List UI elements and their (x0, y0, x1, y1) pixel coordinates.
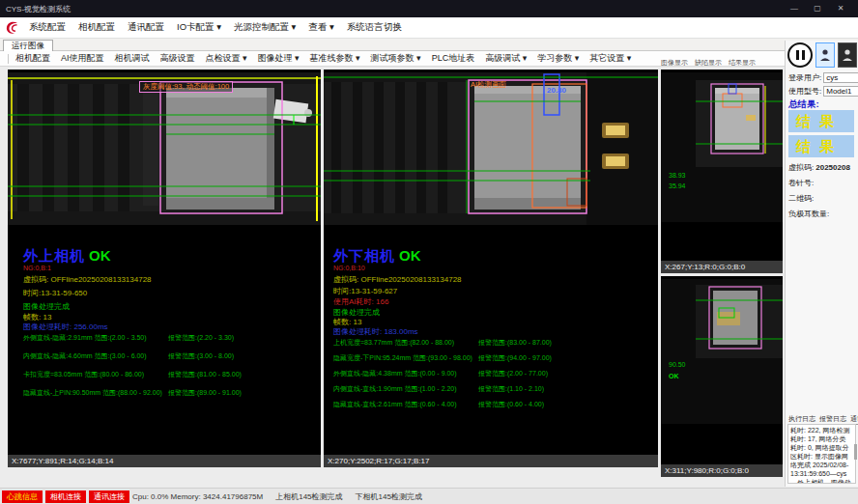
tab-run-image[interactable]: 运行图像 (3, 40, 53, 51)
alarm-range-text: 报警范围:(2.00 - 77.00) (478, 369, 548, 378)
result-display-2: 结果 (788, 135, 854, 157)
log-scrollbar[interactable] (854, 444, 857, 460)
menu-camera-config[interactable]: 相机配置 (78, 21, 115, 34)
right-camera-image (324, 72, 658, 225)
small-overlay-text: 38.93 (669, 172, 686, 179)
alarm-range-text: 报警范围:(94.00 - 97.00) (478, 353, 552, 363)
sub-status-text: NG:0,B:1 (23, 265, 51, 271)
camera-result-title: 外下相机OK (333, 247, 421, 266)
model-input[interactable] (823, 86, 858, 97)
tool-other-settings[interactable]: 其它设置 ▾ (589, 52, 631, 65)
tool-spotcheck-settings[interactable]: 点检设置 ▾ (206, 52, 247, 65)
log-textbox[interactable]: 耗时: 222, 网络检测耗时: 17, 网络分类耗时: 0, 网络提取分区耗时… (787, 424, 856, 484)
tab-count-row: 负极耳数量: (788, 209, 856, 219)
small-header-item[interactable]: 图像显示 (661, 58, 688, 68)
tool-test-params[interactable]: 测试项参数 ▾ (371, 52, 421, 65)
measurement-text: 隐藏直线-直线:2.61mm 范围:(0.60 - 4.00) (333, 401, 457, 407)
control-buttons-row (787, 42, 858, 68)
alarm-range-text: 报警范围:(2.20 - 3.30) (168, 333, 234, 343)
camera-name: 外下相机 (333, 247, 395, 264)
left-camera-image (8, 72, 321, 225)
user-login-button[interactable] (815, 42, 835, 68)
tool-plc-address[interactable]: PLC地址表 (432, 52, 475, 65)
tool-baseline-params[interactable]: 基准线参数 ▾ (310, 52, 360, 65)
threshold-overlay-label: 灰度阈值:93, 动态阈值:100 (139, 81, 233, 93)
sub-status-text: NG:0,B:10 (333, 265, 365, 271)
measurement-row: 内侧直线-直线:1.90mm 范围:(1.00 - 2.20) 报警范围:(1.… (333, 384, 457, 394)
left-camera-view[interactable]: 灰度阈值:93, 动态阈值:100 外上相机OK NG:0,B:1 虚拟码: O… (8, 70, 321, 467)
camera-result-title: 外上相机OK (23, 247, 111, 266)
tool-camera-debug[interactable]: 相机调试 (115, 52, 150, 65)
right-view-coordinates: X:270;Y:2502;R:17;G:17;B:17 (324, 455, 658, 467)
small-overlay-ok: OK (669, 373, 679, 379)
time-text: 时间:13-31-59-650 (23, 288, 87, 298)
lower-camera-status-text: 下相机145检测完成 (356, 491, 422, 502)
time-text: 时间:13-31-59-627 (333, 286, 397, 296)
ai-view-overlay-label: AI检测画面 (471, 80, 506, 90)
alarm-range-text: 报警范围:(0.60 - 4.00) (478, 400, 544, 409)
result-display-1: 结果 (788, 110, 854, 132)
camera-name: 外上相机 (23, 247, 85, 264)
measurement-row: 内侧直线-隐藏:4.60mm 范围:(3.00 - 6.00) 报警范围:(3.… (23, 351, 147, 361)
measurement-row: 上机宽度=83.77mm 范围:(82.00 - 88.00) 报警范围:(83… (333, 338, 454, 348)
small-bottom-camera-image (661, 279, 783, 424)
user-dark-icon (842, 48, 853, 62)
app-logo-icon (4, 20, 21, 36)
alarm-range-text: 报警范围:(89.00 - 91.00) (168, 388, 242, 398)
user-icon (819, 48, 831, 62)
operator-button[interactable] (838, 42, 857, 68)
measurement-text: 隐藏直线-上PIN:90.50mm 范围:(88.00 - 92.00) (23, 389, 162, 396)
small-bottom-camera-view[interactable]: 90.50 OK X:311;Y:980;R:0;G:0;B:0 (661, 276, 783, 477)
tool-advanced-debug[interactable]: 高级调试 ▾ (485, 52, 527, 65)
title-bar: CYS-视觉检测系统 — ▢ ✕ (0, 0, 858, 17)
close-button[interactable]: ✕ (829, 2, 852, 15)
small-top-camera-image (661, 72, 783, 222)
cpu-memory-text: Cpu: 0.0% Memory: 3424.41796875M (132, 492, 263, 501)
measurement-row: 外侧直线-隐藏:4.38mm 范围:(0.00 - 9.00) 报警范围:(2.… (333, 369, 457, 378)
menu-light-config[interactable]: 光源控制配置 ▾ (234, 21, 296, 34)
small-top-coordinates: X:267;Y:13;R:0;G:0;B:0 (661, 261, 783, 273)
menu-comm-config[interactable]: 通讯配置 (128, 21, 164, 34)
measurement-row: 卡扣宽度=83.05mm 范围:(80.00 - 86.00) 报警范围:(81… (23, 370, 144, 379)
login-user-input[interactable] (823, 72, 858, 83)
measurement-text: 外侧直线-隐藏:4.38mm 范围:(0.00 - 9.00) (333, 370, 457, 377)
tool-advanced-settings[interactable]: 高级设置 (160, 52, 195, 65)
battery-region (474, 86, 581, 210)
pause-button[interactable] (787, 42, 813, 68)
menu-language-switch[interactable]: 系统语言切换 (347, 21, 402, 34)
needle-row: 卷针号: (788, 178, 856, 188)
tool-ai-config[interactable]: AI使用配置 (61, 52, 104, 65)
elapsed-text: 图像处理耗时: 183.00ms (333, 326, 418, 337)
tool-image-processing[interactable]: 图像处理 ▾ (258, 52, 300, 65)
small-top-camera-view[interactable]: 38.93 35.94 X:267;Y:13;R:0;G:0;B:0 (661, 70, 783, 273)
menu-system-config[interactable]: 系统配置 (29, 21, 66, 34)
elapsed-text: 图像处理耗时: 256.00ms (23, 322, 108, 332)
barcode-text: 虚拟码: OFFline20250208133134728 (333, 274, 462, 285)
minimize-button[interactable]: — (783, 2, 806, 15)
tool-camera-config[interactable]: 相机配置 (15, 52, 50, 65)
small-header-item[interactable]: 结果显示 (729, 58, 756, 68)
tab-count-label: 负极耳数量: (788, 209, 829, 219)
maximize-button[interactable]: ▢ (806, 2, 829, 15)
measurement-row: 隐藏直线-直线:2.61mm 范围:(0.60 - 4.00) 报警范围:(0.… (333, 400, 457, 409)
right-control-panel: 登录用户: 使用型号: 总结果: 结果 结果 虚拟码: 20250208 卷针号… (785, 41, 858, 487)
model-label: 使用型号: (788, 86, 821, 97)
small-overlay-text: 35.94 (669, 182, 686, 189)
alarm-range-text: 报警范围:(3.00 - 8.00) (168, 351, 234, 361)
small-overlay-text: 90.50 (669, 361, 686, 368)
barcode-label: 虚拟码: (788, 162, 814, 173)
tool-learn-params[interactable]: 学习参数 ▾ (537, 52, 579, 65)
window-title: CYS-视觉检测系统 (6, 4, 71, 14)
glow-spot (746, 115, 756, 121)
ai-measure-value: 20.80 (547, 86, 566, 95)
heartbeat-status-badge: 心跳信息 (2, 490, 43, 503)
small-header-item[interactable]: 缺陷显示 (695, 58, 722, 68)
model-row: 使用型号: (788, 86, 856, 97)
small-bottom-coordinates: X:311;Y:980;R:0;G:0;B:0 (661, 464, 783, 477)
right-camera-view[interactable]: AI检测画面 20.80 外下相机OK NG:0,B:10 虚拟码: OFFli… (324, 70, 658, 467)
left-view-coordinates: X:7677;Y:891;R:14;G:14;B:14 (8, 455, 321, 467)
measurement-text: 隐藏宽度-下PIN:95.24mm 范围:(93.00 - 98.00) (333, 354, 472, 361)
measurement-row: 外侧直线-隐藏:2.91mm 范围:(2.00 - 3.50) 报警范围:(2.… (23, 333, 147, 343)
menu-io-config[interactable]: IO卡配置 ▾ (177, 21, 221, 34)
menu-view[interactable]: 查看 ▾ (308, 21, 333, 34)
